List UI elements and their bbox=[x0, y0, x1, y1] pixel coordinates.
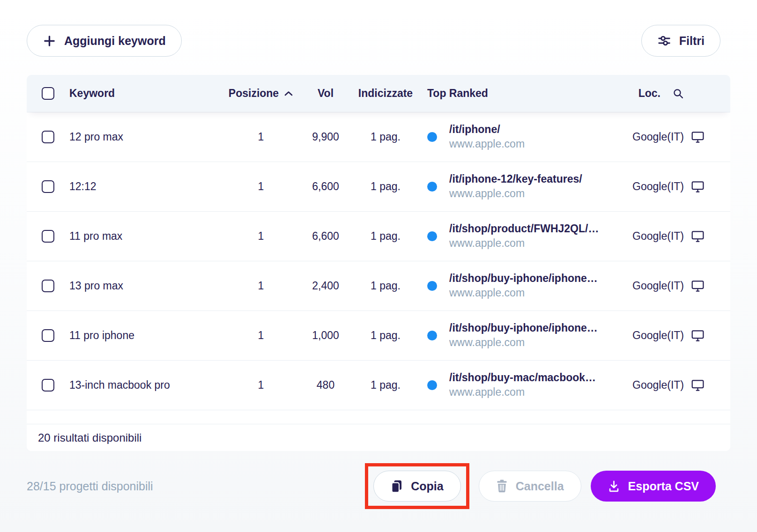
add-keyword-button[interactable]: Aggiungi keyword bbox=[27, 25, 182, 57]
location-cell: Google(IT) bbox=[623, 180, 730, 193]
volume-cell: 6,600 bbox=[303, 230, 349, 243]
status-dot-icon bbox=[427, 331, 437, 340]
column-header-location: Loc. bbox=[623, 87, 730, 100]
row-checkbox[interactable] bbox=[42, 379, 54, 392]
location-label: Google(IT) bbox=[632, 180, 684, 193]
location-cell: Google(IT) bbox=[623, 329, 730, 342]
volume-cell: 480 bbox=[303, 379, 349, 392]
table-row-clipped: /it/mac/2-key-features/id… bbox=[27, 410, 730, 424]
row-checkbox[interactable] bbox=[42, 280, 54, 292]
column-header-keyword[interactable]: Keyword bbox=[69, 87, 219, 100]
annotation-highlight-box: Copia bbox=[365, 463, 469, 509]
export-csv-button[interactable]: Esporta CSV bbox=[591, 471, 716, 502]
table-row: 12:12 1 6,600 1 pag. /it/iphone-12/key-f… bbox=[27, 162, 730, 211]
desktop-monitor-icon bbox=[691, 181, 704, 193]
location-cell: Google(IT) bbox=[623, 131, 730, 143]
desktop-monitor-icon bbox=[691, 131, 704, 143]
column-header-top-ranked: Top Ranked bbox=[423, 87, 623, 100]
copy-button[interactable]: Copia bbox=[373, 471, 460, 502]
top-ranked-cell: /it/iphone/ www.apple.com bbox=[423, 123, 623, 151]
delete-label: Cancella bbox=[516, 480, 564, 493]
sliders-icon bbox=[657, 34, 671, 48]
top-ranked-cell: /it/shop/buy-mac/macbook… www.apple.com bbox=[423, 371, 623, 399]
row-checkbox[interactable] bbox=[42, 131, 54, 143]
indexed-cell: 1 pag. bbox=[349, 280, 423, 292]
volume-cell: 2,400 bbox=[303, 280, 349, 292]
status-dot-icon bbox=[427, 380, 437, 390]
status-dot-icon bbox=[427, 281, 437, 291]
desktop-monitor-icon bbox=[691, 330, 704, 342]
location-header-label: Loc. bbox=[638, 87, 661, 100]
column-header-volume[interactable]: Vol bbox=[303, 87, 349, 100]
row-checkbox[interactable] bbox=[42, 329, 54, 342]
indexed-cell: 1 pag. bbox=[349, 329, 423, 342]
bottom-action-bar: 28/15 progetti disponibili Copia bbox=[27, 463, 716, 509]
indexed-cell: 1 pag. bbox=[349, 379, 423, 392]
indexed-cell: 1 pag. bbox=[349, 230, 423, 243]
top-ranked-domain: www.apple.com bbox=[449, 336, 598, 350]
top-ranked-url[interactable]: /it/iphone-12/key-features/ bbox=[449, 172, 582, 186]
top-ranked-url[interactable]: /it/shop/buy-iphone/iphone… bbox=[449, 272, 598, 286]
select-all-checkbox[interactable] bbox=[42, 87, 54, 100]
column-header-indexed[interactable]: Indicizzate bbox=[349, 87, 423, 100]
top-ranked-url[interactable]: /it/iphone/ bbox=[449, 123, 525, 137]
top-ranked-domain: www.apple.com bbox=[449, 286, 598, 300]
desktop-monitor-icon bbox=[691, 230, 704, 243]
row-checkbox[interactable] bbox=[42, 230, 54, 243]
filters-label: Filtri bbox=[679, 34, 705, 48]
filters-button[interactable]: Filtri bbox=[641, 25, 720, 57]
delete-button[interactable]: Cancella bbox=[479, 471, 581, 502]
location-label: Google(IT) bbox=[632, 131, 684, 143]
keyword-cell: 13-inch macbook pro bbox=[69, 379, 219, 392]
location-cell: Google(IT) bbox=[623, 230, 730, 243]
top-ranked-domain: www.apple.com bbox=[449, 236, 599, 251]
add-keyword-label: Aggiungi keyword bbox=[64, 34, 166, 48]
top-ranked-domain: www.apple.com bbox=[449, 385, 596, 399]
search-icon[interactable] bbox=[672, 88, 684, 99]
export-label: Esporta CSV bbox=[628, 480, 699, 493]
indexed-cell: 1 pag. bbox=[349, 180, 423, 193]
keyword-cell: 12:12 bbox=[69, 180, 219, 193]
location-cell: Google(IT) bbox=[623, 280, 730, 292]
plus-icon bbox=[43, 34, 56, 48]
keywords-table: Keyword Posizione Vol Indicizzate Top Ra… bbox=[27, 75, 730, 451]
table-row: 11 pro iphone 1 1,000 1 pag. /it/shop/bu… bbox=[27, 310, 730, 360]
position-cell: 1 bbox=[219, 329, 303, 342]
position-cell: 1 bbox=[219, 180, 303, 193]
position-cell: 1 bbox=[219, 379, 303, 392]
location-cell: Google(IT) bbox=[623, 379, 730, 392]
keyword-rank-tracker-page: Aggiungi keyword Filtri Keyword Posizion… bbox=[0, 0, 757, 509]
toolbar: Aggiungi keyword Filtri bbox=[0, 0, 757, 57]
location-label: Google(IT) bbox=[632, 230, 684, 243]
position-cell: 1 bbox=[219, 230, 303, 243]
location-label: Google(IT) bbox=[632, 280, 684, 292]
top-ranked-url[interactable]: /it/shop/buy-mac/macbook… bbox=[449, 371, 596, 385]
table-row: 13-inch macbook pro 1 480 1 pag. /it/sho… bbox=[27, 360, 730, 410]
status-dot-icon bbox=[427, 231, 437, 241]
keyword-cell: 13 pro max bbox=[69, 280, 219, 292]
top-ranked-cell: /it/iphone-12/key-features/ www.apple.co… bbox=[423, 172, 623, 201]
top-ranked-cell: /it/shop/buy-iphone/iphone… www.apple.co… bbox=[423, 321, 623, 350]
row-checkbox[interactable] bbox=[42, 180, 54, 193]
top-ranked-url[interactable]: /it/shop/buy-iphone/iphone… bbox=[449, 321, 598, 335]
desktop-monitor-icon bbox=[691, 379, 704, 392]
column-header-position[interactable]: Posizione bbox=[219, 87, 303, 100]
location-label: Google(IT) bbox=[632, 329, 684, 342]
volume-cell: 6,600 bbox=[303, 180, 349, 193]
table-header-row: Keyword Posizione Vol Indicizzate Top Ra… bbox=[27, 75, 730, 112]
keyword-cell: 11 pro iphone bbox=[69, 329, 219, 342]
projects-availability-text: 28/15 progetti disponibili bbox=[27, 480, 153, 493]
top-ranked-cell: /it/shop/buy-iphone/iphone… www.apple.co… bbox=[423, 272, 623, 300]
table-row: 11 pro max 1 6,600 1 pag. /it/shop/produ… bbox=[27, 211, 730, 261]
top-ranked-url[interactable]: /it/shop/product/FWHJ2QL/… bbox=[449, 222, 599, 236]
download-icon bbox=[608, 480, 620, 493]
volume-cell: 9,900 bbox=[303, 131, 349, 143]
header-checkbox-cell bbox=[27, 87, 69, 100]
keyword-cell: 11 pro max bbox=[69, 230, 219, 243]
table-row: 12 pro max 1 9,900 1 pag. /it/iphone/ ww… bbox=[27, 112, 730, 162]
table-row: 13 pro max 1 2,400 1 pag. /it/shop/buy-i… bbox=[27, 261, 730, 310]
location-label: Google(IT) bbox=[632, 379, 684, 392]
copy-label: Copia bbox=[411, 480, 443, 493]
desktop-monitor-icon bbox=[691, 280, 704, 292]
table-footer: 20 risultati disponibili bbox=[27, 424, 730, 451]
